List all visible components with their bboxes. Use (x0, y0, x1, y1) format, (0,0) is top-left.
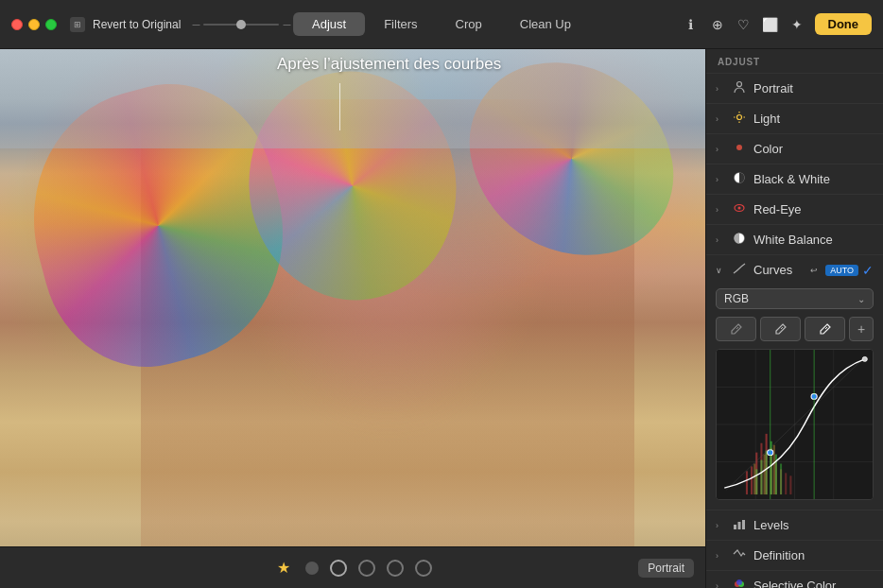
svg-rect-48 (742, 520, 745, 529)
chevron-right-icon-wb: › (716, 235, 725, 245)
share-icon[interactable]: ⬜ (762, 16, 779, 33)
bw-icon (731, 171, 748, 187)
tab-adjust[interactable]: Adjust (293, 12, 365, 36)
svg-rect-36 (780, 463, 782, 494)
more-icon[interactable]: ✦ (788, 16, 805, 33)
svg-rect-21 (746, 471, 748, 494)
svg-line-12 (781, 327, 783, 329)
svg-rect-32 (760, 460, 762, 495)
tab-crop[interactable]: Crop (437, 12, 501, 36)
chevron-down-icon-curves: ∨ (716, 266, 725, 275)
favorite-icon[interactable]: ♡ (736, 16, 753, 33)
definition-label: Definition (753, 548, 874, 562)
curves-header[interactable]: ∨ Curves ↩ AUTO ✓ (706, 255, 883, 285)
selective-color-icon (731, 578, 748, 588)
svg-rect-31 (755, 469, 757, 494)
tab-cleanup[interactable]: Clean Up (501, 12, 590, 36)
selective-color-label: Selective Color (753, 579, 874, 588)
titlebar: ⊞ Revert to Original — — Adjust Filters … (0, 0, 883, 49)
chevron-right-icon-def: › (716, 551, 725, 561)
definition-icon (731, 547, 748, 563)
slider-thumb (236, 20, 246, 29)
svg-rect-22 (751, 466, 753, 494)
slider-max-icon: — (283, 20, 290, 28)
photo-container: Après l’ajustement des courbes (0, 49, 705, 546)
curves-auto-button[interactable]: AUTO (825, 265, 858, 276)
portrait-mode-button[interactable]: Portrait (638, 559, 694, 578)
star-icon[interactable]: ★ (273, 558, 294, 579)
svg-point-45 (862, 356, 867, 361)
levels-icon (731, 517, 748, 533)
svg-point-9 (738, 207, 741, 210)
emoji-icon[interactable]: ⊕ (709, 16, 726, 33)
annotation-line (339, 83, 340, 130)
curves-graph[interactable] (716, 349, 874, 500)
adjust-item-selective[interactable]: › Selective Color (706, 571, 883, 588)
svg-rect-37 (753, 463, 755, 494)
chevron-right-icon-levels: › (716, 521, 725, 530)
titlebar-right: ℹ ⊕ ♡ ⬜ ✦ Done (683, 13, 873, 35)
slider-min-icon: — (192, 20, 199, 28)
svg-rect-29 (785, 473, 787, 494)
eyedropper-gray-button[interactable] (760, 317, 801, 341)
svg-line-13 (825, 327, 827, 329)
chevron-right-icon-redeye: › (716, 205, 725, 215)
rgb-selector[interactable]: RGB ⌄ (716, 288, 874, 309)
svg-rect-30 (789, 476, 791, 494)
nav-tabs: Adjust Filters Crop Clean Up (293, 12, 590, 36)
eyedropper-white-button[interactable] (805, 317, 845, 341)
revert-to-original-button[interactable]: Revert to Original (93, 18, 181, 31)
minimize-button[interactable] (28, 19, 40, 30)
rgb-label: RGB (724, 292, 749, 305)
redeye-icon (731, 201, 748, 217)
svg-rect-46 (734, 525, 736, 529)
curves-section: ∨ Curves ↩ AUTO ✓ RGB ⌄ (706, 255, 883, 510)
levels-label: Levels (753, 518, 874, 532)
circle-icon-2[interactable] (330, 560, 347, 577)
photo-bottom-bar: ★ Portrait (0, 546, 705, 588)
svg-line-11 (736, 327, 738, 329)
done-button[interactable]: Done (815, 13, 873, 35)
circle-icon-3[interactable] (358, 560, 375, 577)
adjust-item-bw[interactable]: › Black & White (706, 164, 883, 195)
traffic-lights (11, 19, 57, 30)
svg-point-0 (737, 82, 742, 87)
color-icon (731, 141, 748, 157)
curves-undo-button[interactable]: ↩ (806, 263, 822, 278)
photo-area: Après l’ajustement des courbes (0, 49, 705, 588)
adjust-item-redeye[interactable]: › Red-Eye (706, 195, 883, 225)
close-button[interactable] (11, 19, 23, 30)
eyedropper-black-button[interactable] (716, 317, 756, 341)
photo-image (0, 49, 705, 546)
adjust-item-light[interactable]: › Light (706, 104, 883, 134)
adjust-item-wb[interactable]: › White Balance (706, 225, 883, 255)
circle-icon-1[interactable] (305, 562, 319, 575)
circle-icon-4[interactable] (387, 560, 404, 577)
add-point-button[interactable]: + (849, 317, 874, 341)
adjust-item-levels[interactable]: › Levels (706, 510, 883, 541)
adjust-item-color[interactable]: › Color (706, 134, 883, 164)
chevron-right-icon-selective: › (716, 581, 725, 589)
adjust-item-portrait[interactable]: › Portrait (706, 74, 883, 104)
curves-label: Curves (753, 263, 801, 277)
main-content: Après l’ajustement des courbes (0, 49, 883, 588)
circle-icon-5[interactable] (415, 560, 432, 577)
wb-label: White Balance (753, 233, 874, 247)
bw-label: Black & White (753, 172, 874, 186)
adjust-item-definition[interactable]: › Definition (706, 541, 883, 571)
svg-rect-47 (738, 522, 741, 529)
rgb-chevron-icon: ⌄ (857, 294, 865, 304)
chevron-right-icon-bw: › (716, 175, 725, 184)
view-toggle-button[interactable]: ⊞ (70, 17, 85, 32)
color-label: Color (753, 142, 874, 156)
info-icon[interactable]: ℹ (683, 16, 700, 33)
light-icon (731, 111, 748, 127)
curves-confirm-button[interactable]: ✓ (862, 263, 874, 278)
svg-point-6 (736, 145, 742, 150)
compare-slider[interactable]: — — (192, 20, 290, 28)
tab-filters[interactable]: Filters (365, 12, 436, 36)
wb-icon (731, 232, 748, 248)
eyedropper-row: + (706, 313, 883, 345)
fullscreen-button[interactable] (45, 19, 57, 30)
curves-icon (731, 262, 748, 278)
